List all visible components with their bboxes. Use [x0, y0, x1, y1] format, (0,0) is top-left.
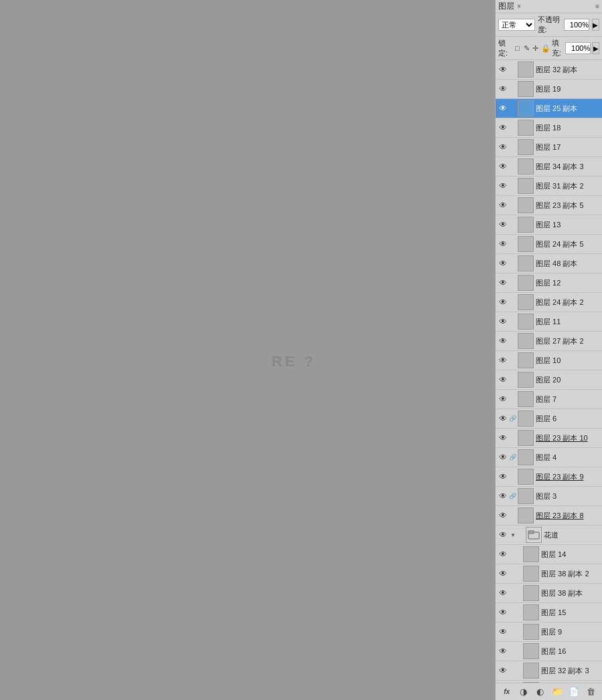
layer-item[interactable]: 👁图层 23 副本 10: [496, 429, 602, 448]
layer-item[interactable]: 👁图层 23 副本 8: [496, 506, 602, 526]
layer-item[interactable]: 👁图层 24 副本 5: [496, 235, 602, 254]
lock-label: 锁定:: [498, 38, 510, 58]
lock-position-icon[interactable]: ✎: [522, 43, 530, 53]
layer-visibility-eye[interactable]: 👁: [497, 83, 509, 95]
layer-item[interactable]: 👁图层 9: [496, 622, 602, 642]
layer-visibility-eye[interactable]: 👁: [497, 180, 509, 192]
layer-item[interactable]: 👁图层 31 副本 2: [496, 177, 602, 196]
layer-name-label: 图层 23 副本 5: [536, 201, 601, 211]
layer-item[interactable]: 👁图层 19: [496, 80, 602, 99]
layer-thumbnail: [518, 275, 534, 291]
layer-name-label: 图层 19: [536, 84, 601, 94]
layer-visibility-eye[interactable]: 👁: [497, 199, 509, 211]
layer-visibility-eye[interactable]: 👁: [497, 606, 509, 618]
layer-visibility-eye[interactable]: 👁: [497, 626, 509, 638]
layer-name-label: 图层 7: [536, 394, 601, 404]
layer-visibility-eye[interactable]: 👁: [497, 509, 509, 521]
layer-visibility-eye[interactable]: 👁: [497, 393, 509, 405]
new-layer-button[interactable]: 📄: [567, 685, 581, 699]
layer-thumbnail: [518, 178, 534, 194]
layer-item[interactable]: 👁🔗图层 3: [496, 487, 602, 506]
layer-visibility-eye[interactable]: 👁: [497, 335, 509, 347]
layer-visibility-eye[interactable]: 👁: [497, 413, 509, 425]
layer-item[interactable]: 👁图层 38 副本: [496, 584, 602, 603]
layer-thumbnail: [518, 507, 534, 523]
mask-button[interactable]: ◑: [517, 685, 530, 699]
fill-arrow-button[interactable]: ▶: [592, 42, 599, 54]
layer-name-label: 图层 4: [536, 453, 601, 463]
layer-link-icon: [509, 296, 516, 308]
opacity-arrow-button[interactable]: ▶: [592, 19, 599, 31]
layer-item[interactable]: 👁▼花道: [496, 526, 602, 545]
layer-visibility-eye[interactable]: 👁: [497, 102, 509, 114]
layer-visibility-eye[interactable]: 👁: [497, 548, 509, 560]
lock-transform-icon[interactable]: ✛: [532, 43, 540, 53]
layer-item[interactable]: 👁图层 27 副本 2: [496, 332, 602, 351]
layer-item[interactable]: 👁图层 13: [496, 215, 602, 235]
adjustment-button[interactable]: ◐: [534, 685, 547, 699]
layer-link-icon: 🔗: [509, 451, 516, 463]
layer-item[interactable]: 👁图层 16: [496, 642, 602, 661]
layer-visibility-eye[interactable]: 👁: [497, 122, 509, 134]
layer-name-label: 图层 48 副本: [536, 259, 601, 269]
layer-visibility-eye[interactable]: 👁: [497, 432, 509, 444]
layer-visibility-eye[interactable]: 👁: [497, 471, 509, 483]
layer-visibility-eye[interactable]: 👁: [497, 354, 509, 366]
delete-layer-button[interactable]: 🗑: [584, 685, 597, 699]
layer-item[interactable]: 👁图层 25 副本: [496, 99, 602, 118]
layer-item[interactable]: 👁图层 32 副本 3: [496, 661, 602, 681]
layer-visibility-eye[interactable]: 👁: [497, 374, 509, 386]
layer-visibility-eye[interactable]: 👁: [497, 665, 509, 677]
fx-button[interactable]: fx: [500, 685, 514, 699]
layer-item[interactable]: 👁图层 20: [496, 370, 602, 390]
layer-visibility-eye[interactable]: 👁: [497, 141, 509, 153]
layer-item[interactable]: 👁图层 23 副本 9: [496, 467, 602, 487]
layer-item[interactable]: 👁图层 23 副本 5: [496, 196, 602, 215]
new-group-button[interactable]: 📁: [550, 685, 564, 699]
layer-name-label: 图层 16: [541, 647, 601, 657]
layer-visibility-eye[interactable]: 👁: [497, 277, 509, 289]
layer-link-icon: [509, 102, 516, 114]
layer-visibility-eye[interactable]: 👁: [497, 568, 509, 580]
layer-visibility-eye[interactable]: 👁: [497, 529, 509, 541]
lock-all-icon[interactable]: 🔒: [541, 43, 550, 53]
layer-item[interactable]: 👁图层 14: [496, 545, 602, 564]
layer-item[interactable]: 👁图层 11: [496, 312, 602, 332]
panel-menu-button[interactable]: ≡: [595, 3, 599, 10]
layer-visibility-eye[interactable]: 👁: [497, 316, 509, 328]
layer-item[interactable]: 👁🔗图层 4: [496, 448, 602, 467]
layer-link-icon: [509, 374, 516, 386]
layer-visibility-eye[interactable]: 👁: [497, 64, 509, 76]
layer-visibility-eye[interactable]: 👁: [497, 296, 509, 308]
layer-item[interactable]: 👁图层 17: [496, 138, 602, 157]
layer-visibility-eye[interactable]: 👁: [497, 587, 509, 599]
layer-item[interactable]: 👁🔗图层 6: [496, 409, 602, 429]
layer-item[interactable]: 👁图层 7: [496, 390, 602, 409]
layer-item[interactable]: 👁图层 34 副本 3: [496, 157, 602, 177]
opacity-input[interactable]: [564, 19, 589, 31]
layer-visibility-eye[interactable]: 👁: [497, 451, 509, 463]
blend-mode-select[interactable]: 正常: [498, 19, 535, 31]
layer-item[interactable]: 👁图层 24 副本 2: [496, 293, 602, 312]
layer-item[interactable]: 👁图层 12: [496, 273, 602, 293]
layer-item[interactable]: 👁图层 18: [496, 118, 602, 138]
layer-item[interactable]: 👁图层 48 副本: [496, 254, 602, 273]
layer-name-label: 图层 13: [536, 220, 601, 230]
layer-visibility-eye[interactable]: 👁: [497, 645, 509, 657]
layer-link-icon: [509, 257, 516, 269]
lock-pixels-icon[interactable]: □: [513, 43, 521, 53]
layers-list[interactable]: 👁图层 32 副本👁图层 19👁图层 25 副本👁图层 18👁图层 17👁图层 …: [496, 60, 602, 683]
layer-item[interactable]: 👁图层 38 副本 2: [496, 564, 602, 584]
panel-close-button[interactable]: ×: [517, 3, 521, 10]
group-expand-arrow[interactable]: ▼: [509, 529, 517, 541]
layer-visibility-eye[interactable]: 👁: [497, 238, 509, 250]
layer-thumbnail: [526, 527, 542, 543]
layer-visibility-eye[interactable]: 👁: [497, 219, 509, 231]
layer-item[interactable]: 👁图层 10: [496, 351, 602, 370]
layer-item[interactable]: 👁图层 32 副本: [496, 60, 602, 80]
layer-visibility-eye[interactable]: 👁: [497, 160, 509, 172]
layer-item[interactable]: 👁图层 15: [496, 603, 602, 622]
layer-visibility-eye[interactable]: 👁: [497, 257, 509, 269]
fill-input[interactable]: [565, 42, 591, 54]
layer-visibility-eye[interactable]: 👁: [497, 490, 509, 502]
